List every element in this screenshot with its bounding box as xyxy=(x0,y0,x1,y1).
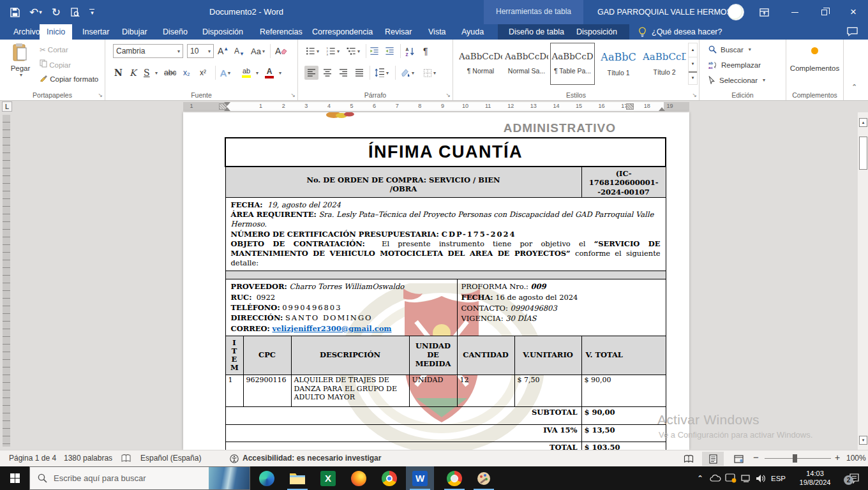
font-color-caret[interactable]: ▾ xyxy=(279,66,281,80)
tab-correspondencia[interactable]: Correspondencia xyxy=(305,24,380,40)
align-right-button[interactable] xyxy=(336,66,350,80)
taskbar-chrome-profile-icon[interactable] xyxy=(440,466,468,490)
search-highlight-image[interactable] xyxy=(209,467,250,490)
styles-dialog-launcher[interactable]: ↘ xyxy=(692,92,697,98)
font-color-button[interactable]: A xyxy=(265,66,274,80)
account-avatar[interactable] xyxy=(728,4,744,20)
tab-revisar[interactable]: Revisar xyxy=(378,24,419,40)
highlight-caret[interactable]: ▾ xyxy=(256,66,258,80)
print-layout-button[interactable] xyxy=(702,452,724,466)
taskbar-word-icon[interactable]: W xyxy=(406,466,434,490)
vertical-ruler[interactable] xyxy=(3,115,10,447)
clear-formatting-button[interactable]: A xyxy=(275,44,287,58)
scroll-down-button[interactable]: ▾ xyxy=(859,436,867,445)
document-page[interactable]: ADMINISTRATIVO ÍNFIMA CUANTÍA No. DE ORD… xyxy=(183,112,689,450)
show-marks-button[interactable]: ¶ xyxy=(423,44,428,58)
clipboard-dialog-launcher[interactable]: ↘ xyxy=(98,92,103,98)
text-effects-button[interactable]: A▾ xyxy=(220,66,230,80)
highlight-button[interactable]: ab xyxy=(242,66,251,80)
taskbar-firefox-icon[interactable] xyxy=(345,466,373,490)
customize-qat-icon[interactable]: ▾ xyxy=(89,9,94,16)
read-mode-button[interactable] xyxy=(678,452,700,466)
tab-referencias[interactable]: Referencias xyxy=(253,24,310,40)
align-center-button[interactable] xyxy=(320,66,334,80)
print-preview-icon[interactable] xyxy=(70,8,80,17)
table-column-marker-2[interactable] xyxy=(626,103,634,110)
superscript-button[interactable]: x² xyxy=(200,66,206,80)
change-case-button[interactable]: Aa▾ xyxy=(251,44,265,58)
undo-caret[interactable]: ▾ xyxy=(39,10,42,15)
tab-diseno-de-tabla[interactable]: Diseño de tabla xyxy=(502,24,571,40)
start-button[interactable] xyxy=(0,466,29,490)
accessibility-status[interactable]: Accesibilidad: es necesario investigar xyxy=(243,454,381,463)
order-table[interactable]: ÍNFIMA CUANTÍA No. DE ORDEN DE COMPRA: S… xyxy=(225,137,666,458)
vertical-scrollbar[interactable]: ▴ ▾ xyxy=(857,112,868,450)
language-indicator[interactable]: Español (España) xyxy=(140,454,201,463)
tab-inicio[interactable]: Inicio xyxy=(40,24,72,40)
tray-onedrive-icon[interactable] xyxy=(710,466,721,490)
multilevel-list-button[interactable]: ▾ xyxy=(347,44,360,58)
tray-clock[interactable]: 14:0319/8/2024 xyxy=(794,469,836,487)
line-spacing-button[interactable]: ▾ xyxy=(375,66,389,80)
tell-me-box[interactable]: ¿Qué desea hacer? xyxy=(638,24,722,40)
style-titulo-2[interactable]: AaBbCcDTítulo 2 xyxy=(642,43,687,85)
addins-button[interactable]: Complementos xyxy=(786,47,843,72)
taskbar-chrome-icon[interactable] xyxy=(375,466,403,490)
justify-button[interactable] xyxy=(352,66,366,80)
tab-insertar[interactable]: Insertar xyxy=(75,24,116,40)
tray-language[interactable]: ESP xyxy=(771,466,786,490)
email-link[interactable]: velizjeniffer2300@gmail.com xyxy=(272,324,391,333)
undo-icon[interactable]: ↶▾ xyxy=(29,7,42,18)
sort-button[interactable]: AZ xyxy=(405,44,415,58)
close-button[interactable]: × xyxy=(842,0,864,24)
style-normal[interactable]: AaBbCcDc¶ Normal xyxy=(458,43,503,85)
style-titulo-1[interactable]: AaBbCTítulo 1 xyxy=(596,43,641,85)
proofing-icon[interactable] xyxy=(121,454,131,463)
save-icon[interactable] xyxy=(10,8,20,17)
tab-diseno[interactable]: Diseño xyxy=(156,24,195,40)
taskbar-explorer-icon[interactable] xyxy=(283,466,311,490)
tab-vista[interactable]: Vista xyxy=(421,24,453,40)
bold-button[interactable]: N xyxy=(114,66,123,80)
taskbar-excel-icon[interactable]: X xyxy=(314,466,342,490)
minimize-button[interactable] xyxy=(784,0,805,24)
paste-button[interactable]: Pegar ▾ xyxy=(5,43,36,78)
styles-scroll-down[interactable]: ▾ xyxy=(689,57,697,71)
collapse-ribbon-button[interactable]: ⌃ xyxy=(851,83,857,91)
align-left-button[interactable] xyxy=(304,66,318,80)
font-size-combo[interactable]: 10▾ xyxy=(187,44,214,58)
strikethrough-button[interactable]: abc xyxy=(164,66,176,80)
borders-button[interactable]: ▾ xyxy=(423,66,436,80)
bullets-button[interactable]: ▾ xyxy=(306,44,319,58)
tray-volume-icon[interactable] xyxy=(756,466,767,490)
grow-font-button[interactable]: A▲ xyxy=(218,44,228,58)
replace-button[interactable]: abacReemplazar xyxy=(708,61,761,69)
tray-chevron[interactable]: ⌃ xyxy=(693,466,707,490)
styles-scroll-up[interactable]: ▴ xyxy=(689,43,697,57)
zoom-level[interactable]: 100% xyxy=(846,454,866,463)
first-line-indent-marker[interactable] xyxy=(224,102,230,106)
tray-network-icon[interactable] xyxy=(740,466,752,490)
underline-button[interactable]: S xyxy=(144,66,150,80)
horizontal-ruler[interactable]: 1 12345678910111213141516171819 xyxy=(183,102,689,111)
zoom-slider-thumb[interactable] xyxy=(793,454,797,463)
redo-icon[interactable]: ↻ xyxy=(52,7,61,18)
taskbar-paint-icon[interactable] xyxy=(470,466,498,490)
account-name[interactable]: GAD PARROQUIAL VALLE HERMOSO xyxy=(597,8,738,17)
scrollbar-thumb[interactable] xyxy=(859,137,867,170)
taskbar-edge-icon[interactable] xyxy=(253,466,281,490)
find-button[interactable]: Buscar▾ xyxy=(708,45,751,54)
italic-button[interactable]: K xyxy=(130,66,136,80)
select-button[interactable]: Seleccionar▾ xyxy=(708,76,765,84)
numbering-button[interactable]: 123▾ xyxy=(326,44,340,58)
scroll-up-button[interactable]: ▴ xyxy=(859,118,867,127)
increase-indent-button[interactable] xyxy=(385,44,394,58)
style-table-pa[interactable]: AaBbCcD¶ Table Pa... xyxy=(550,43,595,85)
styles-gallery-expand[interactable]: ▾ xyxy=(689,71,697,84)
taskbar-search-box[interactable]: Escribe aquí para buscar xyxy=(29,466,250,490)
decrease-indent-button[interactable] xyxy=(370,44,379,58)
underline-caret[interactable]: ▾ xyxy=(155,66,158,80)
tray-display-icon[interactable] xyxy=(725,466,737,490)
page-indicator[interactable]: Página 1 de 4 xyxy=(9,454,56,463)
tab-selector[interactable]: L xyxy=(2,101,12,112)
